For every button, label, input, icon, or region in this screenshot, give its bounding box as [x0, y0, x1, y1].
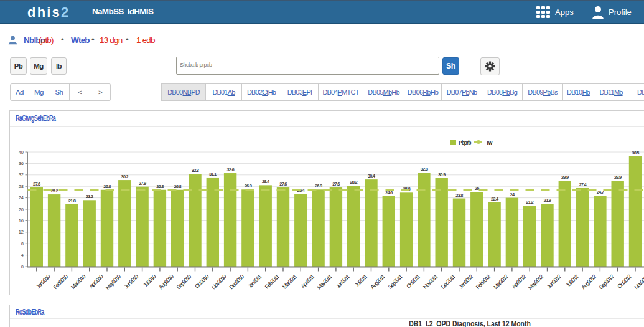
svg-text:Nov2012: Nov2012 [633, 273, 644, 291]
svg-text:Jul2012: Jul2012 [564, 273, 580, 289]
svg-text:16: 16 [19, 218, 24, 224]
svg-text:Nov2011: Nov2011 [422, 273, 439, 290]
svg-text:Sep2012: Sep2012 [598, 273, 615, 291]
svg-text:28: 28 [19, 184, 24, 189]
svg-text:32: 32 [19, 172, 24, 178]
svg-text:32.8: 32.8 [421, 166, 428, 172]
svg-text:Mar2012: Mar2012 [492, 273, 510, 291]
svg-text:Oct2010: Oct2010 [194, 273, 210, 290]
svg-text:Feb2012: Feb2012 [475, 273, 492, 291]
svg-text:Sep2011: Sep2011 [387, 273, 404, 290]
svg-text:30.9: 30.9 [438, 172, 446, 178]
svg-text:29.9: 29.9 [614, 174, 622, 180]
svg-text:Apr2012: Apr2012 [511, 273, 527, 290]
svg-text:May2012: May2012 [527, 273, 545, 291]
svg-text:26.9: 26.9 [245, 183, 252, 189]
svg-text:Aug2012: Aug2012 [580, 273, 597, 291]
svg-text:8: 8 [21, 241, 24, 247]
svg-text:Mar2010: Mar2010 [70, 273, 87, 291]
svg-text:Jan2010: Jan2010 [35, 273, 52, 290]
svg-text:25.8: 25.8 [403, 186, 410, 192]
svg-text:30.4: 30.4 [368, 173, 376, 179]
svg-text:30.2: 30.2 [121, 174, 129, 179]
svg-text:22.4: 22.4 [491, 196, 499, 202]
svg-text:Apr2010: Apr2010 [88, 273, 104, 290]
svg-text:40: 40 [19, 149, 24, 155]
svg-text:Dec2010: Dec2010 [228, 273, 245, 291]
svg-text:21.2: 21.2 [526, 199, 533, 205]
svg-text:21.9: 21.9 [544, 197, 551, 203]
svg-text:Oct2012: Oct2012 [616, 273, 632, 290]
svg-text:May2011: May2011 [316, 273, 334, 291]
svg-text:26: 26 [475, 186, 479, 191]
svg-text:Mar2011: Mar2011 [281, 273, 298, 290]
svg-text:Aug2010: Aug2010 [157, 273, 175, 291]
svg-text:Jul2011: Jul2011 [353, 273, 368, 288]
svg-text:Apr2011: Apr2011 [299, 273, 315, 290]
svg-text:Oct2011: Oct2011 [405, 273, 421, 290]
svg-text:Jun2010: Jun2010 [123, 273, 140, 290]
svg-text:Jun2012: Jun2012 [546, 273, 562, 290]
svg-text:21.8: 21.8 [68, 198, 76, 204]
svg-text:Jul2010: Jul2010 [142, 273, 157, 289]
svg-text:0: 0 [21, 264, 24, 270]
svg-text:27.4: 27.4 [579, 182, 587, 187]
svg-text:Feb2010: Feb2010 [52, 273, 70, 291]
svg-text:27.6: 27.6 [33, 181, 40, 187]
svg-text:26.9: 26.9 [315, 183, 322, 189]
svg-text:29.9: 29.9 [561, 174, 569, 180]
svg-text:Feb2011: Feb2011 [264, 273, 281, 290]
svg-text:27.6: 27.6 [279, 181, 287, 187]
svg-text:Sep2010: Sep2010 [175, 273, 193, 291]
svg-text:28.2: 28.2 [350, 179, 357, 185]
svg-text:20: 20 [19, 207, 24, 212]
svg-text:24.6: 24.6 [385, 190, 393, 196]
svg-text:38.5: 38.5 [632, 150, 639, 156]
svg-text:May2010: May2010 [105, 273, 123, 291]
svg-text:26.8: 26.8 [103, 184, 111, 189]
svg-text:12: 12 [19, 229, 24, 235]
svg-text:Nov2010: Nov2010 [210, 273, 228, 291]
svg-text:32.6: 32.6 [226, 167, 234, 173]
svg-text:24: 24 [19, 195, 24, 201]
svg-text:24.7: 24.7 [597, 189, 604, 195]
svg-text:24: 24 [510, 192, 515, 197]
svg-text:Jan2011: Jan2011 [246, 273, 263, 290]
svg-text:28.4: 28.4 [262, 179, 270, 184]
svg-text:23.8: 23.8 [455, 192, 463, 198]
svg-text:23.2: 23.2 [86, 194, 93, 199]
svg-text:25.2: 25.2 [50, 188, 58, 194]
svg-text:32.3: 32.3 [192, 168, 199, 173]
svg-text:26.8: 26.8 [156, 184, 164, 189]
svg-text:Aug2011: Aug2011 [369, 273, 386, 290]
svg-text:Tw: Tw [486, 140, 493, 146]
svg-text:27.6: 27.6 [332, 181, 340, 187]
svg-text:Jan2012: Jan2012 [457, 273, 474, 290]
svg-text:Dec2011: Dec2011 [439, 273, 456, 290]
svg-text:36: 36 [19, 161, 24, 166]
svg-text:27.9: 27.9 [139, 181, 146, 186]
svg-text:31.1: 31.1 [209, 171, 217, 177]
svg-text:Pbprb: Pbprb [459, 140, 471, 146]
svg-text:4: 4 [21, 252, 24, 258]
svg-text:26.8: 26.8 [174, 184, 181, 189]
svg-text:Jun2011: Jun2011 [335, 273, 351, 290]
